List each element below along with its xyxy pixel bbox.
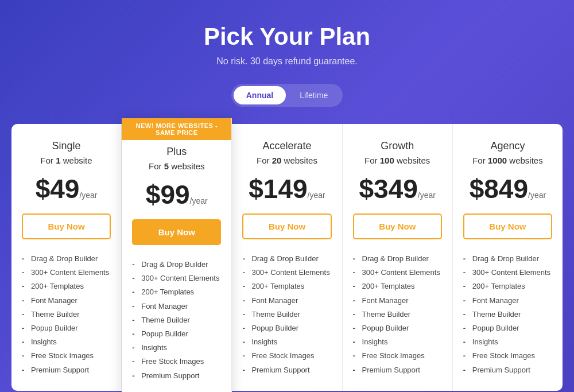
plan-card-plus: NEW! MORE WEBSITES - SAME PRICE Plus For… xyxy=(122,118,232,392)
plan-price: $99/year xyxy=(132,181,221,208)
feature-item: Insights xyxy=(132,341,221,355)
page-title: Pick Your Plan xyxy=(204,23,370,51)
feature-item: Premium Support xyxy=(242,363,331,377)
feature-item: 200+ Templates xyxy=(242,280,331,293)
plan-card-agency: Agency For 1000 websites $849/year Buy N… xyxy=(453,124,563,391)
feature-item: Theme Builder xyxy=(132,313,221,327)
feature-item: Free Stock Images xyxy=(132,355,221,368)
plan-card-single: Single For 1 website $49/year Buy Now Dr… xyxy=(11,124,122,391)
price-amount: $149 xyxy=(249,174,307,204)
buy-button-single[interactable]: Buy Now xyxy=(22,214,111,239)
feature-item: Drag & Drop Builder xyxy=(353,252,442,266)
feature-item: 300+ Content Elements xyxy=(132,271,221,285)
feature-item: 300+ Content Elements xyxy=(353,266,442,280)
plan-name: Agency xyxy=(463,140,552,152)
features-list-accelerate: Drag & Drop Builder300+ Content Elements… xyxy=(242,252,331,377)
price-period: /year xyxy=(418,191,436,200)
feature-item: Popup Builder xyxy=(132,327,221,341)
price-amount: $49 xyxy=(36,174,80,204)
price-period: /year xyxy=(190,196,208,205)
feature-item: Popup Builder xyxy=(353,321,442,335)
plan-name: Single xyxy=(22,140,111,152)
plan-websites: For 1 website xyxy=(22,156,111,165)
buy-button-growth[interactable]: Buy Now xyxy=(353,214,442,239)
plan-websites: For 100 websites xyxy=(353,156,442,165)
feature-item: Font Manager xyxy=(353,294,442,308)
feature-item: Font Manager xyxy=(22,294,111,308)
price-period: /year xyxy=(308,191,325,200)
plans-container: Single For 1 website $49/year Buy Now Dr… xyxy=(11,124,563,392)
feature-item: Premium Support xyxy=(132,369,221,383)
page-header: Pick Your Plan No risk. 30 days refund g… xyxy=(204,23,370,67)
feature-item: Font Manager xyxy=(463,294,552,308)
feature-item: Popup Builder xyxy=(242,321,331,335)
features-list-single: Drag & Drop Builder300+ Content Elements… xyxy=(22,252,111,377)
plan-websites: For 20 websites xyxy=(242,156,331,165)
feature-item: Free Stock Images xyxy=(463,349,552,363)
feature-item: Theme Builder xyxy=(463,308,552,321)
feature-item: Theme Builder xyxy=(22,308,111,321)
feature-item: 200+ Templates xyxy=(132,285,221,299)
feature-item: 200+ Templates xyxy=(353,280,442,293)
plan-name: Plus xyxy=(132,146,221,158)
plan-card-accelerate: Accelerate For 20 websites $149/year Buy… xyxy=(232,124,342,391)
feature-item: 300+ Content Elements xyxy=(463,266,552,280)
annual-toggle-button[interactable]: Annual xyxy=(234,86,286,104)
price-amount: $349 xyxy=(359,174,417,204)
buy-button-agency[interactable]: Buy Now xyxy=(463,214,552,239)
featured-badge: NEW! MORE WEBSITES - SAME PRICE xyxy=(122,118,231,140)
feature-item: 200+ Templates xyxy=(463,280,552,293)
feature-item: 300+ Content Elements xyxy=(242,266,331,280)
plan-name: Accelerate xyxy=(242,140,331,152)
feature-item: Drag & Drop Builder xyxy=(463,252,552,266)
plan-price: $149/year xyxy=(242,176,331,202)
feature-item: Free Stock Images xyxy=(353,349,442,363)
price-period: /year xyxy=(79,191,97,200)
feature-item: Popup Builder xyxy=(22,321,111,335)
feature-item: Theme Builder xyxy=(353,308,442,321)
feature-item: Insights xyxy=(353,335,442,349)
price-amount: $99 xyxy=(146,180,190,209)
feature-item: Free Stock Images xyxy=(22,349,111,363)
feature-item: Insights xyxy=(22,335,111,349)
feature-item: Theme Builder xyxy=(242,308,331,321)
buy-button-accelerate[interactable]: Buy Now xyxy=(242,214,331,239)
feature-item: Free Stock Images xyxy=(242,349,331,363)
feature-item: Premium Support xyxy=(353,363,442,377)
plan-websites: For 1000 websites xyxy=(463,156,552,165)
page-subtitle: No risk. 30 days refund guarantee. xyxy=(204,56,370,67)
plan-name: Growth xyxy=(353,140,442,152)
feature-item: Drag & Drop Builder xyxy=(242,252,331,266)
features-list-growth: Drag & Drop Builder300+ Content Elements… xyxy=(353,252,442,377)
plan-price: $49/year xyxy=(22,176,111,202)
plan-price: $349/year xyxy=(353,176,442,202)
billing-toggle: Annual Lifetime xyxy=(231,84,343,107)
price-period: /year xyxy=(528,191,546,200)
feature-item: Insights xyxy=(463,335,552,349)
feature-item: 200+ Templates xyxy=(22,280,111,293)
lifetime-toggle-button[interactable]: Lifetime xyxy=(287,86,340,104)
feature-item: Drag & Drop Builder xyxy=(22,252,111,266)
feature-item: Font Manager xyxy=(132,300,221,313)
feature-item: Drag & Drop Builder xyxy=(132,258,221,271)
feature-item: Insights xyxy=(242,335,331,349)
features-list-plus: Drag & Drop Builder300+ Content Elements… xyxy=(132,258,221,383)
feature-item: Premium Support xyxy=(463,363,552,377)
feature-item: Popup Builder xyxy=(463,321,552,335)
buy-button-plus[interactable]: Buy Now xyxy=(132,219,221,245)
feature-item: 300+ Content Elements xyxy=(22,266,111,280)
price-amount: $849 xyxy=(470,174,528,204)
plan-websites: For 5 websites xyxy=(132,161,221,171)
feature-item: Font Manager xyxy=(242,294,331,308)
plan-card-growth: Growth For 100 websites $349/year Buy No… xyxy=(343,124,453,391)
plan-price: $849/year xyxy=(463,176,552,202)
feature-item: Premium Support xyxy=(22,363,111,377)
features-list-agency: Drag & Drop Builder300+ Content Elements… xyxy=(463,252,552,377)
